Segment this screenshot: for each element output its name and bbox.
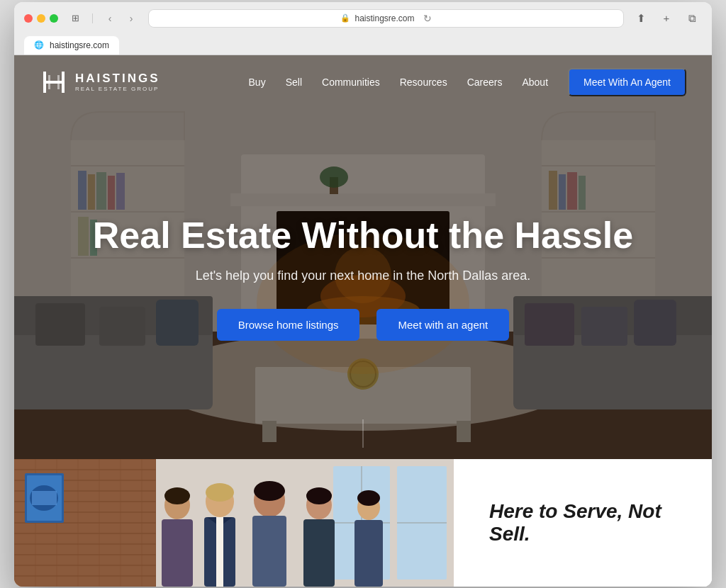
svg-rect-53 [48, 75, 50, 89]
meet-agent-button[interactable]: Meet with an agent [376, 309, 509, 341]
svg-rect-85 [162, 519, 193, 587]
hero-title: Real Estate Without the Hassle [93, 215, 633, 256]
traffic-lights [24, 14, 58, 23]
team-photo [14, 459, 454, 587]
nav-communities[interactable]: Communities [322, 77, 380, 88]
maximize-button[interactable] [50, 14, 58, 23]
logo-name: HAISTINGS [75, 72, 160, 84]
new-tab-button[interactable]: + [657, 11, 676, 26]
serve-text-section: Here to Serve, Not Sell. [454, 459, 712, 587]
serve-text: Here to Serve, Not Sell. [489, 500, 676, 545]
nav-resources[interactable]: Resources [400, 77, 447, 88]
hero-content: Real Estate Without the Hassle Let's hel… [14, 55, 712, 459]
nav-meet-agent-button[interactable]: Meet With An Agent [568, 68, 686, 96]
nav-sell[interactable]: Sell [286, 77, 302, 88]
browser-actions: ⬆ + ⧉ [631, 11, 702, 26]
below-fold-section: Here to Serve, Not Sell. [14, 459, 712, 587]
svg-rect-51 [43, 81, 65, 84]
svg-rect-98 [354, 520, 383, 587]
browser-window: ⊞ ‹ › 🔒 haistingsre.com ↻ ⬆ + ⧉ [14, 2, 712, 587]
nav-about[interactable]: About [522, 77, 548, 88]
back-button[interactable]: ‹ [100, 11, 120, 26]
reload-button[interactable]: ↻ [423, 13, 432, 24]
svg-point-95 [306, 487, 332, 504]
svg-rect-92 [303, 519, 335, 587]
share-button[interactable]: ⬆ [631, 11, 651, 26]
sidebar-toggle-button[interactable]: ⊞ [65, 11, 85, 26]
active-tab[interactable]: 🌐 haistingsre.com [24, 36, 119, 55]
logo-icon [40, 68, 68, 96]
svg-rect-77 [32, 491, 57, 505]
hero-section: HAISTINGS REAL ESTATE GROUP Buy Sell Com… [14, 55, 712, 459]
site-navigation: HAISTINGS REAL ESTATE GROUP Buy Sell Com… [14, 55, 712, 109]
svg-rect-90 [252, 516, 286, 587]
browser-tabs: 🌐 haistingsre.com [24, 33, 702, 55]
minimize-button[interactable] [37, 14, 45, 23]
svg-rect-52 [62, 72, 65, 93]
svg-rect-88 [216, 517, 223, 587]
address-bar[interactable]: 🔒 haistingsre.com ↻ [148, 9, 624, 28]
nav-careers[interactable]: Careers [467, 77, 503, 88]
hero-buttons: Browse home listings Meet with an agent [217, 309, 509, 341]
svg-rect-54 [57, 75, 60, 89]
svg-point-93 [164, 487, 190, 504]
hero-subtitle: Let's help you find your next home in th… [196, 268, 531, 283]
browse-listings-button[interactable]: Browse home listings [217, 309, 360, 341]
site-logo[interactable]: HAISTINGS REAL ESTATE GROUP [40, 68, 160, 96]
lock-icon: 🔒 [340, 13, 350, 23]
website-content: HAISTINGS REAL ESTATE GROUP Buy Sell Com… [14, 55, 712, 587]
nav-links: Buy Sell Communities Resources Careers A… [249, 68, 686, 96]
url-display: haistingsre.com [354, 13, 414, 23]
browser-chrome: ⊞ ‹ › 🔒 haistingsre.com ↻ ⬆ + ⧉ [14, 2, 712, 55]
logo-subtitle: REAL ESTATE GROUP [75, 86, 160, 92]
nav-buy[interactable]: Buy [249, 77, 266, 88]
svg-point-96 [206, 483, 234, 502]
forward-button[interactable]: › [121, 11, 141, 26]
svg-point-94 [254, 481, 285, 501]
tab-label: haistingsre.com [50, 40, 109, 50]
close-button[interactable] [24, 14, 33, 23]
team-illustration [14, 459, 454, 587]
logo-text: HAISTINGS REAL ESTATE GROUP [75, 72, 160, 92]
svg-point-99 [357, 490, 380, 506]
tabs-button[interactable]: ⧉ [682, 11, 702, 26]
